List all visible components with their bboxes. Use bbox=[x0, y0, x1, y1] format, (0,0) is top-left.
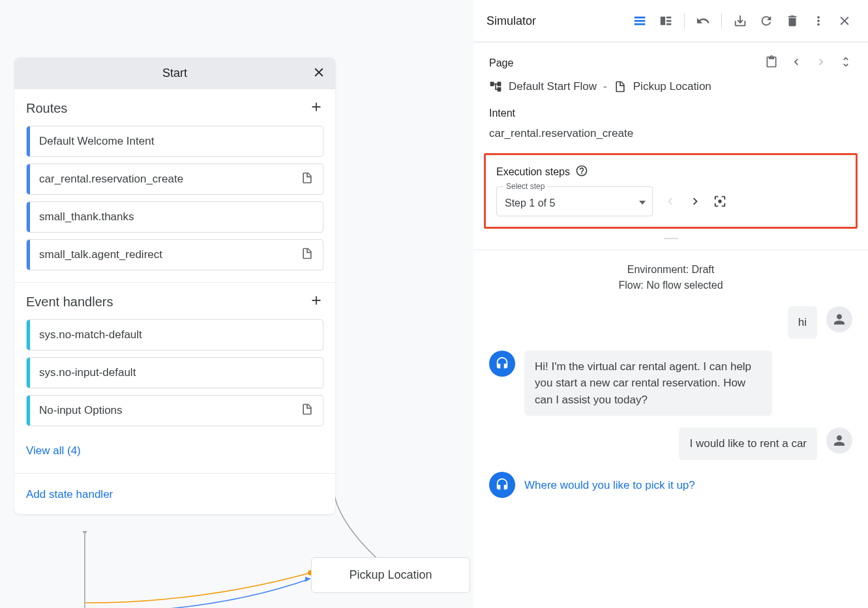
view-all-link[interactable]: View all (4) bbox=[26, 433, 81, 469]
flow-canvas: Start Routes Default Welcome Intent car_… bbox=[0, 0, 473, 608]
start-card: Start Routes Default Welcome Intent car_… bbox=[14, 57, 335, 514]
page-label: Page bbox=[489, 57, 513, 69]
execution-steps-label: Execution steps bbox=[496, 166, 570, 178]
flow-node-label: Pickup Location bbox=[349, 568, 432, 581]
add-route-icon[interactable] bbox=[309, 100, 323, 117]
event-handler-item[interactable]: sys.no-input-default bbox=[26, 357, 323, 388]
conversation-meta: Environment: Draft Flow: No flow selecte… bbox=[489, 262, 852, 293]
route-label: Default Welcome Intent bbox=[39, 135, 314, 148]
flow-icon bbox=[489, 80, 502, 93]
card-header: Start bbox=[14, 57, 335, 89]
event-handler-item[interactable]: No-input Options bbox=[26, 395, 323, 426]
message-row-bot: Where would you like to pick it up? bbox=[489, 472, 852, 499]
add-event-handler-icon[interactable] bbox=[309, 293, 323, 310]
breadcrumb-page: Pickup Location bbox=[633, 80, 711, 93]
step-select-label: Select step bbox=[503, 182, 547, 191]
routes-section: Routes Default Welcome Intent car_rental… bbox=[14, 89, 335, 283]
connector-line-blue bbox=[83, 567, 318, 608]
view-compact-icon[interactable] bbox=[629, 10, 650, 31]
page-icon bbox=[301, 247, 314, 263]
event-handler-item[interactable]: sys.no-match-default bbox=[26, 319, 323, 351]
simulator-title: Simulator bbox=[486, 14, 624, 28]
chevron-right-icon[interactable] bbox=[815, 55, 828, 71]
event-handlers-section: Event handlers sys.no-match-default sys.… bbox=[14, 283, 335, 469]
step-next-icon[interactable] bbox=[688, 194, 702, 209]
message-row-bot: Hi! I'm the virtual car rental agent. I … bbox=[489, 351, 852, 416]
simulator-panel: Simulator Page Default Start Flow - Pi bbox=[473, 0, 868, 608]
download-icon[interactable] bbox=[730, 10, 751, 31]
user-avatar-icon bbox=[826, 427, 852, 454]
state-handler-row: Add state handler bbox=[14, 473, 335, 514]
more-icon[interactable] bbox=[808, 10, 829, 31]
collapse-icon[interactable] bbox=[839, 55, 852, 71]
breadcrumb: Default Start Flow - Pickup Location bbox=[489, 80, 852, 93]
simulator-toolbar: Simulator bbox=[473, 0, 868, 42]
bot-avatar-icon bbox=[489, 472, 515, 498]
drag-handle[interactable] bbox=[489, 234, 852, 243]
event-handlers-title: Event handlers bbox=[26, 295, 113, 310]
route-label: small_thank.thanks bbox=[39, 210, 314, 224]
user-avatar-icon bbox=[826, 306, 852, 332]
step-select[interactable]: Select step Step 1 of 5 bbox=[496, 186, 653, 216]
bot-message-link[interactable]: Where would you like to pick it up? bbox=[524, 472, 695, 499]
refresh-icon[interactable] bbox=[756, 10, 777, 31]
execution-steps-highlight: Execution steps Select step Step 1 of 5 bbox=[484, 153, 858, 229]
chevron-down-icon bbox=[639, 195, 646, 207]
add-state-handler-link[interactable]: Add state handler bbox=[26, 474, 113, 501]
route-item[interactable]: small_thank.thanks bbox=[26, 201, 323, 233]
event-handler-label: sys.no-input-default bbox=[39, 366, 314, 379]
close-icon[interactable] bbox=[834, 10, 855, 31]
routes-title: Routes bbox=[26, 101, 67, 116]
view-split-icon[interactable] bbox=[655, 10, 676, 31]
page-icon bbox=[614, 80, 627, 93]
message-row-user: hi bbox=[489, 306, 852, 339]
step-prev-icon[interactable] bbox=[663, 194, 678, 209]
event-handler-label: No-input Options bbox=[39, 404, 301, 417]
separator bbox=[684, 13, 685, 29]
breadcrumb-separator: - bbox=[603, 80, 607, 93]
card-title: Start bbox=[162, 66, 187, 80]
intent-value: car_rental.reservation_create bbox=[489, 127, 852, 140]
svg-point-1 bbox=[83, 531, 87, 533]
route-label: car_rental.reservation_create bbox=[39, 173, 301, 186]
focus-icon[interactable] bbox=[713, 194, 727, 209]
user-message: hi bbox=[788, 306, 817, 339]
help-icon[interactable] bbox=[575, 164, 588, 180]
bot-message: Hi! I'm the virtual car rental agent. I … bbox=[524, 351, 772, 416]
user-message: I would like to rent a car bbox=[679, 427, 817, 460]
route-label: small_talk.agent_redirect bbox=[39, 248, 301, 261]
bot-avatar-icon bbox=[489, 351, 515, 377]
page-icon bbox=[301, 403, 314, 418]
undo-icon[interactable] bbox=[693, 10, 713, 31]
route-item[interactable]: Default Welcome Intent bbox=[26, 126, 323, 157]
clipboard-icon[interactable] bbox=[765, 55, 778, 71]
separator bbox=[721, 13, 722, 29]
simulator-top: Page Default Start Flow - Pickup Locatio… bbox=[473, 42, 868, 243]
message-row-user: I would like to rent a car bbox=[489, 427, 852, 460]
flow-node-pickup-location[interactable]: Pickup Location bbox=[311, 557, 470, 593]
delete-icon[interactable] bbox=[782, 10, 803, 31]
event-handler-label: sys.no-match-default bbox=[39, 328, 314, 341]
chevron-left-icon[interactable] bbox=[790, 55, 803, 71]
breadcrumb-flow: Default Start Flow bbox=[509, 80, 597, 93]
route-item[interactable]: small_talk.agent_redirect bbox=[26, 239, 323, 270]
page-icon bbox=[301, 171, 314, 187]
conversation: Environment: Draft Flow: No flow selecte… bbox=[473, 250, 868, 608]
close-icon[interactable] bbox=[312, 65, 326, 82]
step-select-value: Step 1 of 5 bbox=[505, 197, 555, 209]
intent-label: Intent bbox=[489, 108, 852, 119]
route-item[interactable]: car_rental.reservation_create bbox=[26, 164, 323, 195]
